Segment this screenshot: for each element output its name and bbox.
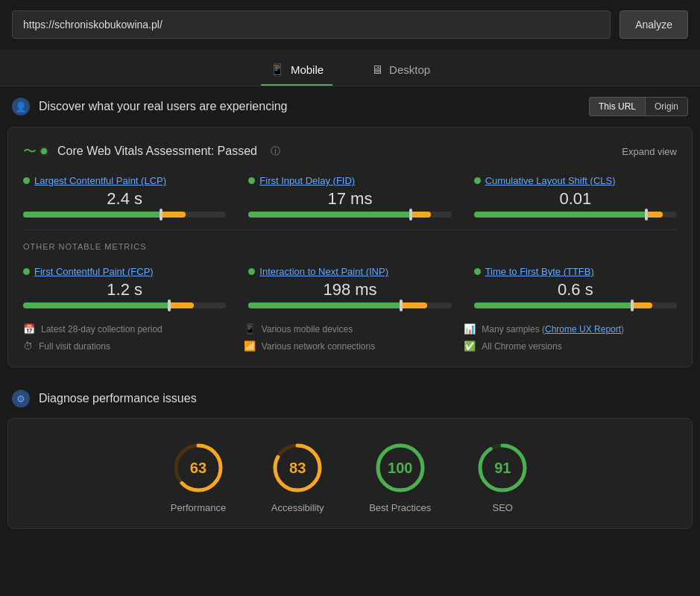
mobile-icon: 📱 xyxy=(270,63,285,77)
progress-marker-inp xyxy=(400,299,403,311)
metric-label-fcp[interactable]: First Contentful Paint (FCP) xyxy=(23,266,226,277)
progress-bar-fcp xyxy=(23,302,226,308)
metric-dot-inp xyxy=(248,268,255,275)
score-label-best-practices: Best Practices xyxy=(369,502,431,513)
url-origin-buttons: This URL Origin xyxy=(589,97,688,116)
progress-green-fid xyxy=(248,212,411,218)
footer-col-2: 📊 Many samples (Chrome UX Report) ✅ All … xyxy=(464,323,677,352)
metric-dot-fid xyxy=(248,177,255,184)
footer-item-2-1: ✅ All Chrome versions xyxy=(464,340,677,352)
score-number-best-practices: 100 xyxy=(388,460,412,477)
expand-view-link[interactable]: Expand view xyxy=(622,146,677,157)
progress-bar-fid xyxy=(248,212,451,218)
footer-col-0: 📅 Latest 28-day collection period ⏱ Full… xyxy=(23,323,236,352)
score-number-accessibility: 83 xyxy=(289,460,306,477)
diagnose-header: ⚙ Diagnose performance issues xyxy=(0,379,700,418)
metric-ttfb: Time to First Byte (TTFB) 0.6 s xyxy=(474,266,677,308)
progress-marker-ttfb xyxy=(631,299,634,311)
progress-bar-cls xyxy=(474,212,677,218)
progress-green-inp xyxy=(248,302,400,308)
score-circle-seo: 91 xyxy=(476,441,529,495)
chrome-ux-link[interactable]: Chrome UX Report xyxy=(545,324,621,335)
metric-dot-lcp xyxy=(23,177,30,184)
progress-marker-fcp xyxy=(168,299,171,311)
progress-orange-lcp xyxy=(161,212,186,218)
score-number-performance: 63 xyxy=(190,460,206,477)
metric-value-fcp: 1.2 s xyxy=(23,280,226,299)
tab-bar: 📱 Mobile 🖥 Desktop xyxy=(0,49,700,86)
progress-orange-fid xyxy=(411,212,431,218)
score-number-seo: 91 xyxy=(494,460,511,477)
core-metrics-grid: Largest Contentful Paint (LCP) 2.4 s Fir… xyxy=(23,175,677,218)
section-header-left: 👤 Discover what your real users are expe… xyxy=(12,98,287,115)
footer-text-2-0: Many samples (Chrome UX Report) xyxy=(482,324,624,335)
metric-value-ttfb: 0.6 s xyxy=(474,280,677,299)
progress-green-cls xyxy=(474,212,646,218)
score-label-accessibility: Accessibility xyxy=(271,502,324,513)
diagnose-icon: ⚙ xyxy=(12,390,30,408)
tab-desktop-label: Desktop xyxy=(389,63,430,76)
scores-card: 63 Performance 83 Accessibility 100 Best xyxy=(7,418,693,529)
this-url-button[interactable]: This URL xyxy=(589,97,645,116)
scores-grid: 63 Performance 83 Accessibility 100 Best xyxy=(23,441,677,513)
footer-icon-0-1: ⏱ xyxy=(23,340,33,352)
real-users-title: Discover what your real users are experi… xyxy=(39,100,287,113)
footer-icon-2-0: 📊 xyxy=(464,323,476,335)
metric-inp: Interaction to Next Paint (INP) 198 ms xyxy=(248,266,451,308)
progress-orange-ttfb xyxy=(632,302,652,308)
footer-text-1-1: Various network connections xyxy=(262,341,376,352)
metric-label-fid[interactable]: First Input Delay (FID) xyxy=(248,175,451,186)
metric-dot-fcp xyxy=(23,268,30,275)
desktop-icon: 🖥 xyxy=(371,63,383,77)
tab-desktop[interactable]: 🖥 Desktop xyxy=(362,57,439,86)
score-label-seo: SEO xyxy=(493,502,513,513)
real-users-icon: 👤 xyxy=(12,98,30,115)
footer-text-0-0: Latest 28-day collection period xyxy=(41,324,163,335)
progress-orange-inp xyxy=(401,302,427,308)
cwv-info-icon[interactable]: ⓘ xyxy=(271,145,280,158)
progress-marker-cls xyxy=(645,209,648,221)
footer-item-2-0: 📊 Many samples (Chrome UX Report) xyxy=(464,323,677,335)
cwv-header: 〜 Core Web Vitals Assessment: Passed ⓘ E… xyxy=(23,142,677,160)
footer-item-0-1: ⏱ Full visit durations xyxy=(23,340,236,352)
metrics-divider xyxy=(23,229,677,230)
footer-item-0-0: 📅 Latest 28-day collection period xyxy=(23,323,236,335)
progress-green-ttfb xyxy=(474,302,632,308)
metric-value-lcp: 2.4 s xyxy=(23,189,226,209)
analyze-button[interactable]: Analyze xyxy=(619,10,688,39)
footer-icon-2-1: ✅ xyxy=(464,340,476,352)
footer-text-0-1: Full visit durations xyxy=(39,341,110,352)
metric-label-ttfb[interactable]: Time to First Byte (TTFB) xyxy=(474,266,677,277)
metric-fid: First Input Delay (FID) 17 ms xyxy=(248,175,451,218)
tab-mobile[interactable]: 📱 Mobile xyxy=(261,57,332,86)
footer-text-2-1: All Chrome versions xyxy=(482,341,561,352)
cwv-title: Core Web Vitals Assessment: Passed xyxy=(57,145,257,158)
diagnose-title: Diagnose performance issues xyxy=(39,392,197,405)
metric-fcp: First Contentful Paint (FCP) 1.2 s xyxy=(23,266,226,308)
progress-bar-lcp xyxy=(23,212,226,218)
score-label-performance: Performance xyxy=(171,502,226,513)
progress-bar-ttfb xyxy=(474,302,677,308)
metric-lcp: Largest Contentful Paint (LCP) 2.4 s xyxy=(23,175,226,218)
footer-info: 📅 Latest 28-day collection period ⏱ Full… xyxy=(23,323,677,352)
green-dot xyxy=(40,147,48,156)
score-best-practices: 100 Best Practices xyxy=(369,441,431,513)
footer-item-1-0: 📱 Various mobile devices xyxy=(244,323,457,335)
score-performance: 63 Performance xyxy=(171,441,226,513)
url-input[interactable] xyxy=(12,10,611,39)
metric-label-lcp[interactable]: Largest Contentful Paint (LCP) xyxy=(23,175,226,186)
cwv-title-area: 〜 Core Web Vitals Assessment: Passed ⓘ xyxy=(23,142,280,160)
footer-item-1-1: 📶 Various network connections xyxy=(244,340,457,352)
real-users-header: 👤 Discover what your real users are expe… xyxy=(0,86,700,127)
footer-col-1: 📱 Various mobile devices 📶 Various netwo… xyxy=(244,323,457,352)
pulse-icon: 〜 xyxy=(23,142,37,160)
metric-label-cls[interactable]: Cumulative Layout Shift (CLS) xyxy=(474,175,677,186)
origin-button[interactable]: Origin xyxy=(645,97,688,116)
progress-orange-cls xyxy=(646,212,663,218)
top-bar: Analyze xyxy=(0,0,700,49)
footer-icon-1-1: 📶 xyxy=(244,340,256,352)
metric-label-inp[interactable]: Interaction to Next Paint (INP) xyxy=(248,266,451,277)
tab-mobile-label: Mobile xyxy=(291,63,324,76)
score-circle-best-practices: 100 xyxy=(373,441,427,495)
metric-value-fid: 17 ms xyxy=(248,189,451,209)
